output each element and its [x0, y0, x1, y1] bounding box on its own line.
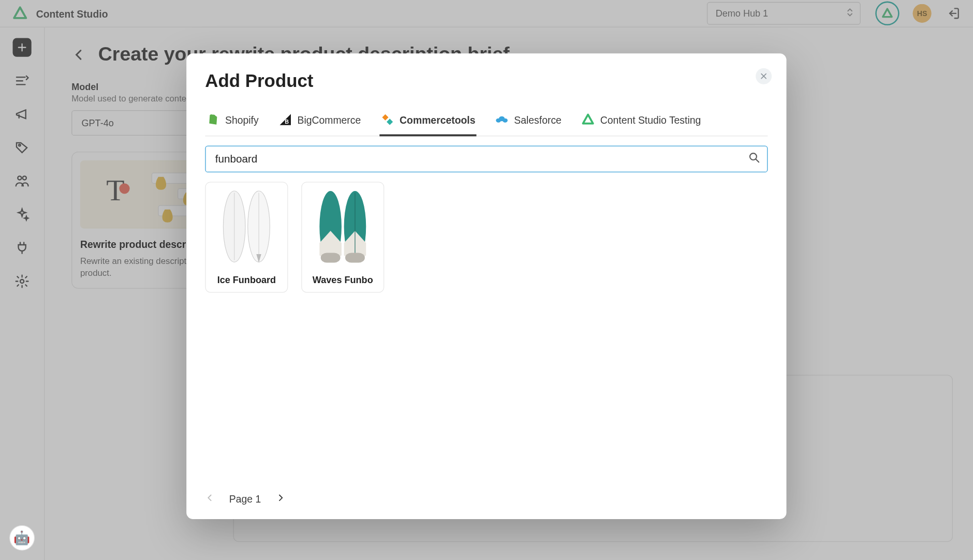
- modal-title: Add Product: [205, 71, 768, 92]
- tab-label: Salesforce: [514, 114, 561, 125]
- close-button[interactable]: [756, 68, 772, 84]
- tab-salesforce[interactable]: Salesforce: [494, 109, 563, 136]
- tab-shopify[interactable]: Shopify: [205, 109, 260, 136]
- pager-next[interactable]: [276, 493, 285, 505]
- tab-commercetools[interactable]: Commercetools: [379, 109, 477, 136]
- salesforce-icon: [495, 113, 509, 126]
- svg-rect-22: [321, 253, 341, 263]
- tab-bigcommerce[interactable]: B BigCommerce: [277, 109, 362, 136]
- svg-rect-24: [345, 253, 365, 263]
- chat-fab-emoji: 🤖: [13, 530, 30, 546]
- tab-label: Shopify: [225, 114, 259, 125]
- tab-label: Commercetools: [400, 114, 475, 125]
- tab-content-studio-testing[interactable]: Content Studio Testing: [580, 109, 702, 136]
- cstudio-icon: [582, 113, 595, 126]
- tab-label: BigCommerce: [298, 114, 361, 125]
- shopify-icon: [207, 113, 220, 126]
- bigcommerce-icon: B: [278, 113, 292, 126]
- add-product-modal: Add Product Shopify B BigCommerce: [186, 53, 786, 519]
- pager: Page 1: [205, 493, 768, 505]
- search-icon[interactable]: [748, 151, 761, 167]
- tab-label: Content Studio Testing: [600, 114, 701, 125]
- pager-label: Page 1: [229, 493, 261, 505]
- search-results: Ice Funboard: [205, 182, 768, 292]
- product-image: [305, 185, 381, 268]
- source-tabs: Shopify B BigCommerce Commerceto: [205, 109, 768, 136]
- product-card[interactable]: Ice Funboard: [205, 182, 288, 292]
- svg-point-15: [503, 119, 508, 123]
- product-image: [209, 185, 285, 268]
- product-name: Waves Funbo: [305, 275, 381, 286]
- pager-prev[interactable]: [205, 493, 214, 505]
- product-card[interactable]: Waves Funbo: [301, 182, 384, 292]
- svg-point-16: [750, 153, 757, 160]
- search-input[interactable]: [205, 145, 768, 172]
- modal-overlay: Add Product Shopify B BigCommerce: [0, 0, 973, 560]
- svg-rect-11: [382, 114, 388, 121]
- chat-fab[interactable]: 🤖: [9, 525, 35, 551]
- svg-text:B: B: [285, 119, 289, 125]
- product-name: Ice Funboard: [209, 275, 285, 286]
- svg-rect-12: [387, 119, 393, 125]
- commercetools-icon: [381, 113, 394, 126]
